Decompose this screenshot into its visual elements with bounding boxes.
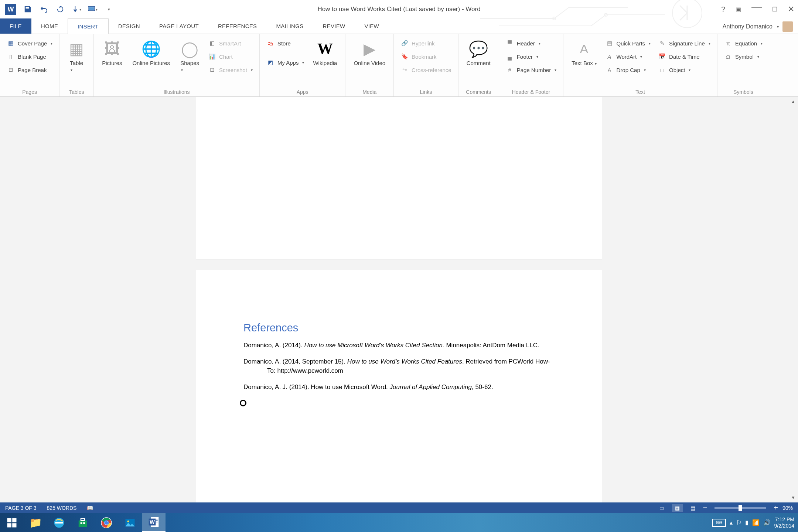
system-tray: ⌨ ▴ ⚐ ▮ 📶 🔊 7:12 PM 9/2/2014 bbox=[712, 513, 795, 532]
cross-reference-button[interactable]: ↪Cross-reference bbox=[398, 64, 454, 75]
signature-line-button[interactable]: ✎Signature Line▾ bbox=[656, 38, 713, 49]
page-number-button[interactable]: #Page Number▾ bbox=[504, 64, 559, 75]
word-logo-icon[interactable]: W bbox=[5, 4, 16, 15]
page-current[interactable]: References Domanico, A. (2014). How to u… bbox=[196, 270, 602, 502]
tab-design[interactable]: DESIGN bbox=[109, 18, 150, 34]
page-indicator[interactable]: PAGE 3 OF 3 bbox=[5, 505, 37, 511]
restore-icon[interactable]: ❐ bbox=[772, 6, 777, 13]
vertical-scrollbar[interactable]: ▲ ▼ bbox=[788, 97, 798, 502]
tab-page-layout[interactable]: PAGE LAYOUT bbox=[150, 18, 208, 34]
group-label: Media bbox=[350, 88, 389, 96]
display-icon[interactable]: ▾ bbox=[88, 4, 98, 14]
document-area: References Domanico, A. (2014). How to u… bbox=[0, 97, 798, 502]
redo-icon[interactable] bbox=[55, 4, 65, 14]
wikipedia-button[interactable]: WWikipedia bbox=[309, 38, 341, 68]
citation-entry: Domanico, A. J. (2014). How to use Micro… bbox=[243, 382, 555, 392]
table-button[interactable]: ▦Table▾ bbox=[64, 38, 89, 75]
cover-page-button[interactable]: ▦Cover Page▾ bbox=[4, 38, 55, 49]
cursor-indicator bbox=[240, 400, 246, 406]
qat-customize-icon[interactable]: ▾ bbox=[104, 4, 114, 14]
comment-button[interactable]: 💬Comment bbox=[463, 38, 494, 68]
undo-icon[interactable] bbox=[39, 4, 49, 14]
word-taskbar-icon[interactable]: W bbox=[142, 513, 166, 532]
web-layout-icon[interactable]: ▤ bbox=[688, 504, 699, 512]
print-layout-icon[interactable]: ▦ bbox=[672, 504, 683, 512]
tab-file[interactable]: FILE bbox=[0, 18, 31, 34]
zoom-level[interactable]: 90% bbox=[782, 505, 793, 511]
internet-explorer-icon[interactable] bbox=[47, 513, 71, 532]
shapes-button[interactable]: ◯Shapes▾ bbox=[177, 38, 203, 75]
read-mode-icon[interactable]: ▭ bbox=[657, 504, 668, 512]
touch-mode-icon[interactable]: ▾ bbox=[72, 4, 81, 14]
hyperlink-button[interactable]: 🔗Hyperlink bbox=[398, 38, 454, 49]
keyboard-icon[interactable]: ⌨ bbox=[712, 519, 726, 527]
flag-icon[interactable]: ⚐ bbox=[736, 519, 741, 526]
tray-up-icon[interactable]: ▴ bbox=[730, 519, 733, 526]
spell-check-icon[interactable]: 📖 bbox=[87, 505, 93, 511]
group-tables: ▦Table▾ Tables bbox=[59, 34, 94, 96]
zoom-in-icon[interactable]: + bbox=[774, 504, 778, 512]
scroll-down-icon[interactable]: ▼ bbox=[788, 493, 798, 502]
battery-icon[interactable]: ▮ bbox=[745, 519, 748, 526]
group-label: Symbols bbox=[722, 88, 765, 96]
my-apps-button[interactable]: ◩My Apps▾ bbox=[264, 57, 307, 68]
equation-button[interactable]: πEquation▾ bbox=[722, 38, 765, 49]
start-button[interactable] bbox=[0, 513, 24, 532]
photos-icon[interactable] bbox=[118, 513, 142, 532]
ribbon-tabs: FILE HOME INSERT DESIGN PAGE LAYOUT REFE… bbox=[0, 18, 798, 34]
svg-rect-5 bbox=[7, 518, 11, 522]
screenshot-button[interactable]: ⊡Screenshot▾ bbox=[206, 64, 255, 75]
chrome-icon[interactable] bbox=[95, 513, 118, 532]
file-explorer-icon[interactable]: 📁 bbox=[24, 513, 47, 532]
page-break-button[interactable]: ⊟Page Break bbox=[4, 64, 55, 75]
pictures-button[interactable]: 🖼Pictures bbox=[98, 38, 126, 68]
drop-cap-button[interactable]: ADrop Cap▾ bbox=[603, 64, 653, 75]
group-media: ▶Online Video Media bbox=[345, 34, 394, 96]
clock[interactable]: 7:12 PM 9/2/2014 bbox=[774, 516, 795, 529]
store-icon[interactable] bbox=[71, 513, 95, 532]
tab-mailings[interactable]: MAILINGS bbox=[266, 18, 313, 34]
wifi-icon[interactable]: 📶 bbox=[752, 519, 760, 526]
tab-home[interactable]: HOME bbox=[31, 18, 68, 34]
tab-insert[interactable]: INSERT bbox=[68, 18, 109, 34]
blank-page-button[interactable]: ▯Blank Page bbox=[4, 51, 55, 62]
minimize-icon[interactable]: — bbox=[751, 1, 762, 13]
word-count[interactable]: 825 WORDS bbox=[47, 505, 77, 511]
save-icon[interactable] bbox=[23, 4, 33, 14]
svg-rect-13 bbox=[83, 522, 85, 524]
group-label: Header & Footer bbox=[504, 88, 559, 96]
online-video-button[interactable]: ▶Online Video bbox=[350, 38, 389, 68]
help-icon[interactable]: ? bbox=[721, 5, 725, 14]
object-button[interactable]: □Object▾ bbox=[656, 64, 713, 75]
wordart-button[interactable]: AWordArt▾ bbox=[603, 51, 653, 62]
ribbon: ▦Cover Page▾ ▯Blank Page ⊟Page Break Pag… bbox=[0, 34, 798, 97]
zoom-out-icon[interactable]: − bbox=[703, 504, 707, 512]
header-button[interactable]: ▀Header▾ bbox=[504, 38, 559, 49]
ribbon-display-icon[interactable]: ▣ bbox=[736, 6, 741, 13]
group-label: Illustrations bbox=[98, 88, 255, 96]
status-bar: PAGE 3 OF 3 825 WORDS 📖 ▭ ▦ ▤ − + 90% bbox=[0, 502, 798, 513]
tab-view[interactable]: VIEW bbox=[355, 18, 389, 34]
footer-button[interactable]: ▄Footer▾ bbox=[504, 51, 559, 62]
zoom-slider[interactable] bbox=[715, 507, 766, 509]
quick-parts-button[interactable]: ▤Quick Parts▾ bbox=[603, 38, 653, 49]
svg-rect-6 bbox=[12, 518, 16, 522]
chart-button[interactable]: 📊Chart bbox=[206, 51, 255, 62]
bookmark-button[interactable]: 🔖Bookmark bbox=[398, 51, 454, 62]
page-previous[interactable] bbox=[196, 97, 602, 259]
avatar bbox=[782, 21, 793, 32]
tab-review[interactable]: REVIEW bbox=[313, 18, 355, 34]
online-pictures-button[interactable]: 🌐Online Pictures bbox=[129, 38, 174, 68]
text-box-button[interactable]: AText Box ▾ bbox=[568, 38, 600, 68]
volume-icon[interactable]: 🔊 bbox=[763, 519, 771, 526]
user-account[interactable]: Anthony Domanico▾ bbox=[723, 21, 793, 32]
close-icon[interactable]: ✕ bbox=[788, 4, 794, 14]
store-button[interactable]: 🛍Store bbox=[264, 38, 307, 49]
symbol-button[interactable]: ΩSymbol▾ bbox=[722, 51, 765, 62]
smartart-button[interactable]: ◧SmartArt bbox=[206, 38, 255, 49]
user-name: Anthony Domanico bbox=[723, 23, 773, 30]
svg-rect-10 bbox=[79, 520, 87, 527]
date-time-button[interactable]: 📅Date & Time bbox=[656, 51, 713, 62]
scroll-up-icon[interactable]: ▲ bbox=[788, 97, 798, 106]
tab-references[interactable]: REFERENCES bbox=[208, 18, 267, 34]
